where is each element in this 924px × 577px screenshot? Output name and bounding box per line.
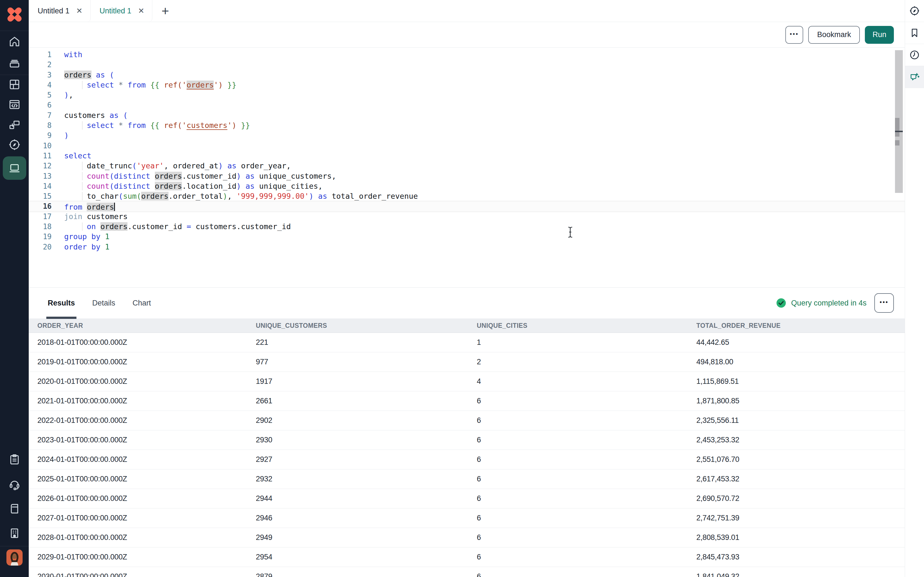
table-cell: 6	[468, 436, 688, 444]
editor-scrollbar-thumb[interactable]	[895, 50, 903, 193]
code-token: unique_cities,	[255, 182, 323, 190]
code-token: }}	[228, 81, 237, 89]
sidebar-item-book[interactable]	[0, 497, 29, 522]
code-token	[96, 222, 100, 231]
tab-untitled-1[interactable]: Untitled 1 ✕	[29, 0, 90, 22]
sql-editor[interactable]: 1with23orders as (4select * from {{ ref(…	[29, 48, 905, 287]
sidebar-item-laptop[interactable]	[0, 155, 29, 181]
sidebar-item-compass[interactable]	[0, 135, 29, 155]
code-line-2[interactable]: 2	[29, 60, 905, 70]
table-row[interactable]: 2020-01-01T00:00:00.000Z191741,115,869.5…	[29, 372, 905, 392]
code-token: orders	[155, 182, 182, 190]
results-tab-chart[interactable]: Chart	[132, 287, 151, 319]
table-cell: 6	[468, 475, 688, 484]
table-cell: 6	[468, 533, 688, 542]
code-line-9[interactable]: 9)	[29, 131, 905, 140]
line-text: order by 1	[64, 242, 110, 252]
code-line-16[interactable]: 16from orders	[29, 201, 905, 211]
code-token	[114, 121, 119, 130]
right-sidebar-item-ai-chat[interactable]	[905, 66, 924, 88]
table-row[interactable]: 2024-01-01T00:00:00.000Z292762,551,076.7…	[29, 450, 905, 469]
user-avatar[interactable]	[0, 546, 29, 569]
sidebar-item-clipboard[interactable]	[0, 448, 29, 472]
sidebar-item-windows[interactable]	[0, 115, 29, 135]
table-cell: 6	[468, 494, 688, 503]
right-sidebar-item-bookmark[interactable]	[905, 22, 924, 44]
results-tab-results[interactable]: Results	[48, 287, 75, 319]
table-row[interactable]: 2019-01-01T00:00:00.000Z9772494,818.00	[29, 352, 905, 372]
sidebar-item-headset[interactable]	[0, 472, 29, 497]
column-header-unique_customers[interactable]: UNIQUE_CUSTOMERS	[247, 322, 468, 329]
results-tab-details[interactable]: Details	[92, 287, 115, 319]
code-token	[223, 161, 228, 170]
code-line-5[interactable]: 5),	[29, 90, 905, 100]
code-line-7[interactable]: 7customers as (	[29, 110, 905, 121]
code-line-12[interactable]: 12date_trunc('year', ordered_at) as orde…	[29, 161, 905, 171]
sidebar-item-tray[interactable]	[0, 53, 29, 75]
code-token	[82, 203, 87, 211]
new-tab-button[interactable]: +	[152, 0, 178, 22]
code-line-3[interactable]: 3orders as (	[29, 70, 905, 80]
code-token: .order_total	[168, 192, 223, 200]
headset-icon	[8, 478, 21, 492]
table-cell: 2,808,539.01	[688, 533, 905, 542]
code-token: , ordered_at	[164, 161, 218, 170]
table-row[interactable]: 2022-01-01T00:00:00.000Z290262,325,556.1…	[29, 411, 905, 430]
code-line-20[interactable]: 20order by 1	[29, 242, 905, 252]
sidebar-item-building[interactable]	[0, 522, 29, 546]
table-row[interactable]: 2018-01-01T00:00:00.000Z221144,442.65	[29, 333, 905, 352]
code-line-1[interactable]: 1with	[29, 50, 905, 60]
right-sidebar-item-compass[interactable]	[905, 0, 924, 22]
table-cell: 2,325,556.11	[688, 416, 905, 425]
line-number: 8	[29, 121, 52, 131]
sidebar-item-code-window[interactable]	[0, 95, 29, 115]
code-line-11[interactable]: 11select	[29, 151, 905, 161]
results-more-button[interactable]: •••	[874, 293, 894, 313]
code-token: from	[64, 203, 82, 211]
right-sidebar-item-history[interactable]	[905, 44, 924, 66]
code-line-18[interactable]: 18on orders.customer_id = customers.cust…	[29, 222, 905, 232]
line-number: 9	[29, 131, 52, 140]
column-header-unique_cities[interactable]: UNIQUE_CITIES	[468, 322, 688, 329]
code-line-17[interactable]: 17join customers	[29, 211, 905, 222]
close-icon[interactable]: ✕	[138, 7, 144, 15]
bookmark-button[interactable]: Bookmark	[808, 26, 860, 44]
sidebar-item-home[interactable]	[0, 31, 29, 53]
code-token: ')	[228, 121, 237, 130]
code-line-6[interactable]: 6	[29, 100, 905, 110]
column-header-total_order_revenue[interactable]: TOTAL_ORDER_REVENUE	[688, 322, 905, 329]
more-options-button[interactable]: •••	[785, 26, 803, 44]
code-line-4[interactable]: 4select * from {{ ref('orders') }}	[29, 80, 905, 90]
table-row[interactable]: 2025-01-01T00:00:00.000Z293262,617,453.3…	[29, 469, 905, 489]
sidebar-top-nav	[0, 31, 29, 181]
code-line-19[interactable]: 19group by 1	[29, 232, 905, 242]
table-row[interactable]: 2030-01-01T00:00:00.000Z287961,841,049.3…	[29, 567, 905, 577]
code-line-15[interactable]: 15to_char(sum(orders.order_total), '999,…	[29, 191, 905, 201]
line-number: 7	[29, 110, 52, 121]
table-row[interactable]: 2027-01-01T00:00:00.000Z294662,742,751.3…	[29, 508, 905, 528]
tab-untitled-2[interactable]: Untitled 1 ✕	[90, 0, 153, 22]
table-row[interactable]: 2028-01-01T00:00:00.000Z294962,808,539.0…	[29, 528, 905, 548]
code-line-13[interactable]: 13count(distinct orders.customer_id) as …	[29, 171, 905, 181]
code-line-8[interactable]: 8select * from {{ ref('customers') }}	[29, 121, 905, 131]
run-button[interactable]: Run	[865, 26, 894, 44]
sidebar-item-grid[interactable]	[0, 75, 29, 95]
text-caret	[114, 203, 115, 211]
table-row[interactable]: 2029-01-01T00:00:00.000Z295462,845,473.9…	[29, 548, 905, 567]
code-line-10[interactable]: 10	[29, 141, 905, 151]
line-number: 3	[29, 70, 52, 80]
close-icon[interactable]: ✕	[76, 7, 82, 15]
table-cell: 2,742,751.39	[688, 514, 905, 522]
table-cell: 2025-01-01T00:00:00.000Z	[29, 475, 247, 484]
table-row[interactable]: 2026-01-01T00:00:00.000Z294462,690,570.7…	[29, 489, 905, 508]
table-cell: 2946	[247, 514, 468, 522]
table-row[interactable]: 2023-01-01T00:00:00.000Z293062,453,253.3…	[29, 430, 905, 450]
column-header-order_year[interactable]: ORDER_YEAR	[29, 322, 247, 329]
table-cell: 2,453,253.32	[688, 436, 905, 444]
code-line-14[interactable]: 14count(distinct orders.location_id) as …	[29, 181, 905, 191]
hex-logo[interactable]	[5, 5, 24, 24]
table-row[interactable]: 2021-01-01T00:00:00.000Z266161,871,800.8…	[29, 392, 905, 411]
query-status-text: Query completed in 4s	[791, 299, 866, 308]
code-token: .location_id	[182, 182, 236, 190]
table-cell: 2029-01-01T00:00:00.000Z	[29, 553, 247, 561]
